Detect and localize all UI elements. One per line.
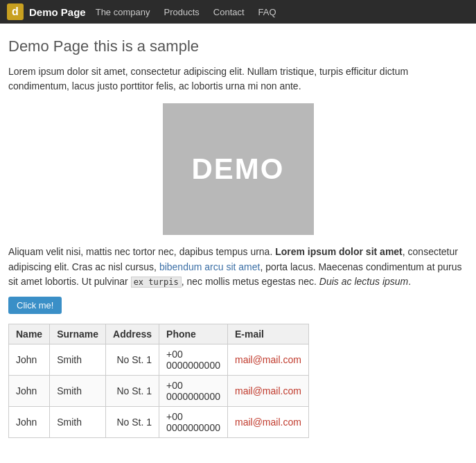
body-text-end: . xyxy=(408,276,411,287)
cell-address: No St. 1 xyxy=(106,407,159,438)
cell-surname: Smith xyxy=(50,376,106,407)
col-surname: Surname xyxy=(50,324,106,344)
cell-name: John xyxy=(9,344,50,376)
nav-item-company[interactable]: The company xyxy=(96,6,150,17)
page-title: Demo Page this is a sample xyxy=(8,35,468,56)
table-row: John Smith No St. 1 +00 0000000000 mail@… xyxy=(9,344,309,376)
table-row: John Smith No St. 1 +00 0000000000 mail@… xyxy=(9,407,309,438)
cell-email: mail@mail.com xyxy=(227,407,308,438)
cell-phone: +00 0000000000 xyxy=(159,407,228,438)
cell-surname: Smith xyxy=(50,407,106,438)
navbar: d Demo Page The company Products Contact… xyxy=(0,0,476,24)
cell-phone: +00 0000000000 xyxy=(159,344,228,376)
body-text-end-before-italic: , nec mollis metus egestas nec. xyxy=(182,276,319,287)
table-head: Name Surname Address Phone E-mail xyxy=(9,324,309,344)
nav-item-faq[interactable]: FAQ xyxy=(258,6,276,17)
body-paragraph: Aliquam velit nisi, mattis nec tortor ne… xyxy=(8,245,468,290)
demo-image-container: DEMO xyxy=(8,103,468,235)
intro-paragraph: Lorem ipsum dolor sit amet, consectetur … xyxy=(8,64,468,94)
col-phone: Phone xyxy=(159,324,228,344)
cell-surname: Smith xyxy=(50,344,106,376)
nav-links: The company Products Contact FAQ xyxy=(96,6,276,17)
cell-email: mail@mail.com xyxy=(227,344,308,376)
body-text-before-bold: Aliquam velit nisi, mattis nec tortor ne… xyxy=(8,246,275,257)
nav-link-company[interactable]: The company xyxy=(96,7,150,17)
nav-brand: Demo Page xyxy=(29,6,86,18)
col-address: Address xyxy=(106,324,159,344)
data-table: Name Surname Address Phone E-mail John S… xyxy=(8,324,309,438)
col-name: Name xyxy=(9,324,50,344)
body-text-bold: Lorem ipsum dolor sit amet xyxy=(275,246,403,257)
cell-address: No St. 1 xyxy=(106,376,159,407)
body-text-code: ex turpis xyxy=(131,277,182,288)
table-body: John Smith No St. 1 +00 0000000000 mail@… xyxy=(9,344,309,438)
table-header-row: Name Surname Address Phone E-mail xyxy=(9,324,309,344)
body-text-italic: Duis ac lectus ipsum xyxy=(319,276,408,287)
col-email: E-mail xyxy=(227,324,308,344)
main-content: Demo Page this is a sample Lorem ipsum d… xyxy=(0,24,476,449)
nav-logo: d xyxy=(7,3,24,20)
cell-address: No St. 1 xyxy=(106,344,159,376)
cell-name: John xyxy=(9,407,50,438)
page-subtitle: this is a sample xyxy=(94,37,199,55)
body-text-blue: bibendum arcu sit amet xyxy=(159,261,261,272)
cell-email: mail@mail.com xyxy=(227,376,308,407)
nav-link-products[interactable]: Products xyxy=(164,7,199,17)
nav-link-faq[interactable]: FAQ xyxy=(258,7,276,17)
nav-item-contact[interactable]: Contact xyxy=(213,6,245,17)
cell-name: John xyxy=(9,376,50,407)
nav-link-contact[interactable]: Contact xyxy=(213,7,245,17)
cell-phone: +00 0000000000 xyxy=(159,376,228,407)
demo-image-text: DEMO xyxy=(192,152,285,186)
table-row: John Smith No St. 1 +00 0000000000 mail@… xyxy=(9,376,309,407)
nav-item-products[interactable]: Products xyxy=(164,6,199,17)
demo-image: DEMO xyxy=(163,103,314,235)
click-me-button[interactable]: Click me! xyxy=(8,297,62,314)
